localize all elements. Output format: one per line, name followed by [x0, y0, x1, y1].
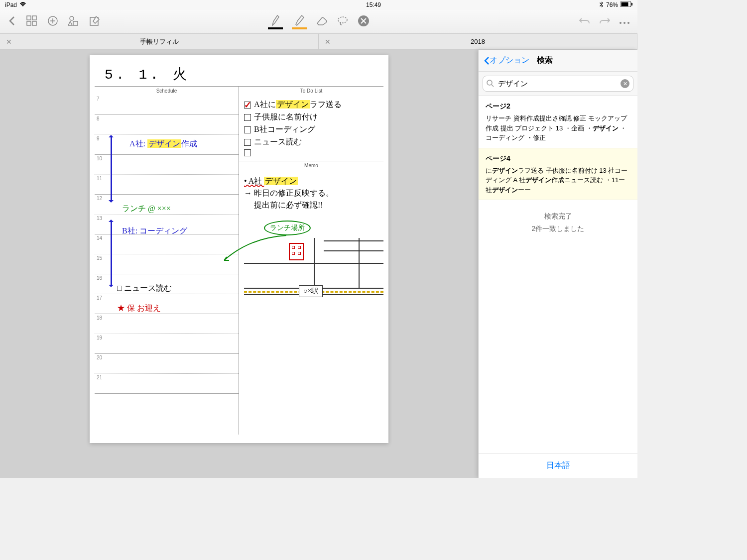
station-label: ○×駅 [299, 285, 323, 297]
eraser-icon[interactable] [316, 16, 328, 28]
todo-list: A社にデザインラフ送る 子供服に名前付け B社コーディング ニュース読む [239, 95, 383, 161]
hour-row: 11 [95, 175, 239, 195]
tab-close-icon[interactable]: ✕ [325, 38, 331, 46]
hour-row: 21 [95, 374, 239, 394]
svg-rect-1 [622, 2, 628, 6]
hour-row: 8 [95, 115, 239, 135]
hour-row: 17 [95, 294, 239, 314]
tab-2[interactable]: ✕ 2018 [319, 34, 637, 49]
svg-rect-3 [27, 16, 31, 20]
svg-rect-4 [32, 16, 36, 20]
result-page-label: ページ4 [486, 153, 630, 164]
wifi-icon [19, 1, 26, 8]
edit-icon[interactable] [89, 15, 100, 28]
schedule-header: Schedule [95, 87, 239, 95]
add-icon[interactable] [47, 15, 58, 28]
pen-tool-black[interactable] [268, 14, 283, 29]
redo-icon[interactable] [599, 16, 610, 27]
todo-item: ニュース読む [244, 137, 378, 147]
result-page-label: ページ2 [486, 101, 630, 112]
search-panel: オプション 検索 ✕ ページ2リサーチ 資料作成提出さ確認 修正 モックアップ作… [478, 50, 637, 478]
svg-point-13 [620, 22, 622, 24]
map-sketch: ランチ場所 [244, 221, 378, 305]
tabs: ✕ 手帳リフィル ✕ 2018 [0, 34, 637, 50]
search-input[interactable] [483, 76, 633, 92]
more-icon[interactable] [619, 17, 630, 26]
canvas-area[interactable]: 5. 1. 火 Schedule 78910111213141516171819… [0, 50, 478, 478]
undo-icon[interactable] [579, 16, 590, 27]
svg-rect-9 [73, 21, 78, 25]
search-icon [487, 80, 494, 89]
checkbox-icon[interactable] [244, 114, 251, 121]
search-results: ページ2リサーチ 資料作成提出さ確認 修正 モックアップ作成 提出 プロジェクト… [479, 96, 637, 453]
todo-item: B社コーディング [244, 124, 378, 135]
todo-header: To Do List [239, 87, 383, 95]
lasso-icon[interactable] [337, 16, 349, 28]
close-tools-icon[interactable] [358, 15, 370, 29]
building-icon [289, 243, 304, 260]
clock: 15:49 [366, 1, 381, 8]
search-result-item[interactable]: ページ4にデザインラフ送る 子供服に名前付け 13 社コーディング A 社デザイ… [479, 148, 637, 201]
toolbar [0, 10, 637, 34]
hour-row: 19 [95, 334, 239, 354]
svg-point-16 [487, 80, 492, 85]
highlighter-tool-orange[interactable] [292, 14, 307, 29]
time-block-arrow [111, 221, 112, 286]
bluetooth-icon [600, 1, 604, 9]
page-date: 5. 1. 火 [105, 65, 383, 84]
search-title: 検索 [537, 55, 553, 66]
todo-item: 子供服に名前付け [244, 112, 378, 122]
result-snippet: にデザインラフ送る 子供服に名前付け 13 社コーディング A 社デザイン作成ニ… [486, 166, 630, 195]
todo-item: A社にデザインラフ送る [244, 100, 378, 110]
svg-point-15 [627, 22, 629, 24]
memo-line: • A社 デザイン [244, 176, 378, 187]
svg-point-14 [623, 22, 625, 24]
hour-row: 18 [95, 314, 239, 334]
todo-item [244, 149, 378, 156]
shapes-icon[interactable] [68, 15, 79, 28]
memo-line: → 昨日の修正反映する。 [244, 188, 378, 199]
tab-title: 2018 [471, 38, 485, 45]
hour-row: 7 [95, 95, 239, 115]
memo-header: Memo [239, 161, 383, 170]
schedule-item: A社: デザイン作成 [129, 139, 197, 149]
hour-row: 20 [95, 354, 239, 374]
checkbox-icon[interactable] [244, 149, 251, 156]
clear-icon[interactable]: ✕ [621, 79, 629, 88]
svg-rect-6 [32, 21, 36, 25]
search-back-button[interactable]: オプション [484, 55, 529, 66]
hour-row: 10 [95, 155, 239, 175]
time-block-arrow [111, 136, 112, 201]
checkbox-icon[interactable] [244, 102, 251, 109]
status-bar: iPad 15:49 76% [0, 0, 637, 10]
grid-icon[interactable] [26, 15, 37, 28]
checkbox-icon[interactable] [244, 139, 251, 146]
back-icon[interactable] [7, 15, 16, 28]
device-label: iPad [5, 1, 17, 8]
schedule-lunch: ランチ @ ××× [122, 204, 171, 214]
memo-section: • A社 デザイン → 昨日の修正反映する。 提出前に必ず確認!! ランチ場所 [239, 170, 383, 310]
tab-1[interactable]: ✕ 手帳リフィル [0, 34, 319, 49]
svg-rect-2 [631, 3, 632, 5]
search-status: 検索完了 2件一致しました [479, 200, 637, 245]
notebook-page: 5. 1. 火 Schedule 78910111213141516171819… [90, 55, 388, 443]
tab-close-icon[interactable]: ✕ [6, 38, 12, 46]
schedule-news: □ ニュース読む [117, 283, 172, 294]
battery-label: 76% [606, 1, 618, 8]
svg-point-11 [338, 17, 347, 23]
schedule-item: B社: コーディング [122, 226, 187, 236]
svg-rect-5 [27, 21, 31, 25]
search-result-item[interactable]: ページ2リサーチ 資料作成提出さ確認 修正 モックアップ作成 提出 プロジェクト… [479, 96, 637, 148]
battery-icon [621, 1, 632, 8]
tab-title: 手帳リフィル [140, 37, 179, 46]
memo-line: 提出前に必ず確認!! [244, 200, 378, 211]
schedule-pickup: ★ 保 お迎え [117, 303, 161, 314]
checkbox-icon[interactable] [244, 126, 251, 133]
svg-point-8 [70, 16, 74, 20]
search-language-button[interactable]: 日本語 [479, 453, 637, 478]
result-snippet: リサーチ 資料作成提出さ確認 修正 モックアップ作成 提出 プロジェクト 13 … [486, 113, 630, 143]
